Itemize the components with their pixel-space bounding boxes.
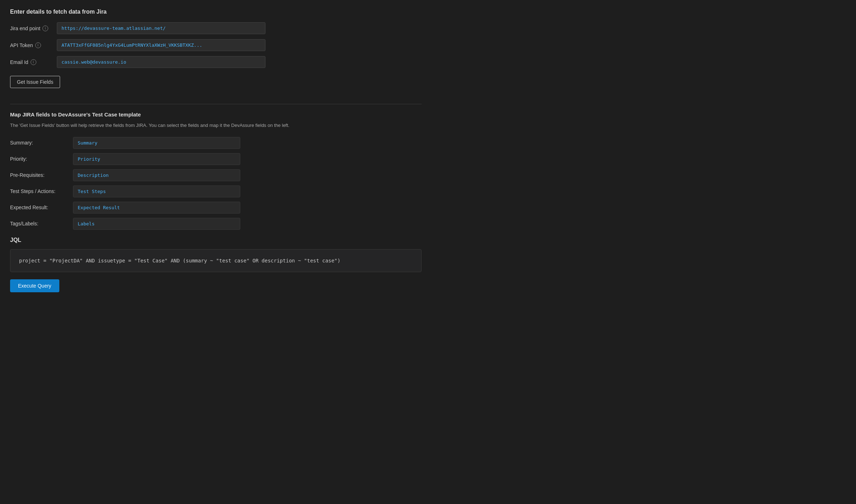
mapping-label-teststeps: Test Steps / Actions: <box>10 188 73 194</box>
jira-endpoint-row: Jira end point i <box>10 22 422 34</box>
mapping-label-expectedresult: Expected Result: <box>10 205 73 210</box>
api-token-input[interactable] <box>57 39 265 51</box>
api-token-info-icon[interactable]: i <box>35 42 41 48</box>
mapping-fields-container: Summary: Summary Priority: Priority Pre-… <box>10 137 422 230</box>
jql-title: JQL <box>10 237 422 243</box>
mapping-label-summary: Summary: <box>10 140 73 146</box>
mapping-row-tags: Tags/Labels: Labels <box>10 218 422 230</box>
email-id-input[interactable] <box>57 56 265 68</box>
mapping-select-priority[interactable]: Priority <box>73 153 240 165</box>
jira-endpoint-label: Jira end point i <box>10 26 57 31</box>
mapping-select-tags[interactable]: Labels <box>73 218 240 230</box>
mapping-label-prerequisites: Pre-Requisites: <box>10 172 73 178</box>
mapping-description: The 'Get Issue Fields' button will help … <box>10 122 422 129</box>
email-id-row: Email Id i <box>10 56 422 68</box>
api-token-label: API Token i <box>10 42 57 48</box>
mapping-row-teststeps: Test Steps / Actions: Test Steps <box>10 185 422 197</box>
email-id-info-icon[interactable]: i <box>31 59 36 65</box>
mapping-row-summary: Summary: Summary <box>10 137 422 149</box>
get-issue-fields-button[interactable]: Get Issue Fields <box>10 76 60 88</box>
mapping-label-tags: Tags/Labels: <box>10 221 73 226</box>
jira-endpoint-info-icon[interactable]: i <box>42 26 48 31</box>
page-title: Enter details to fetch data from Jira <box>10 9 422 15</box>
mapping-select-teststeps[interactable]: Test Steps <box>73 185 240 197</box>
mapping-select-summary[interactable]: Summary <box>73 137 240 149</box>
jql-box: project = "ProjectDA" AND issuetype = "T… <box>10 249 422 272</box>
mapping-row-priority: Priority: Priority <box>10 153 422 165</box>
mapping-row-expectedresult: Expected Result: Expected Result <box>10 202 422 214</box>
mapping-label-priority: Priority: <box>10 156 73 162</box>
api-token-row: API Token i <box>10 39 422 51</box>
execute-query-button[interactable]: Execute Query <box>10 279 59 292</box>
jira-endpoint-input[interactable] <box>57 22 265 34</box>
jql-query: project = "ProjectDA" AND issuetype = "T… <box>19 257 413 265</box>
mapping-row-prerequisites: Pre-Requisites: Description <box>10 169 422 181</box>
email-id-label: Email Id i <box>10 59 57 65</box>
mapping-select-prerequisites[interactable]: Description <box>73 169 240 181</box>
mapping-select-expectedresult[interactable]: Expected Result <box>73 202 240 214</box>
section-divider <box>10 104 422 104</box>
main-container: Enter details to fetch data from Jira Ji… <box>0 0 432 301</box>
mapping-title: Map JIRA fields to DevAssure's Test Case… <box>10 111 422 118</box>
